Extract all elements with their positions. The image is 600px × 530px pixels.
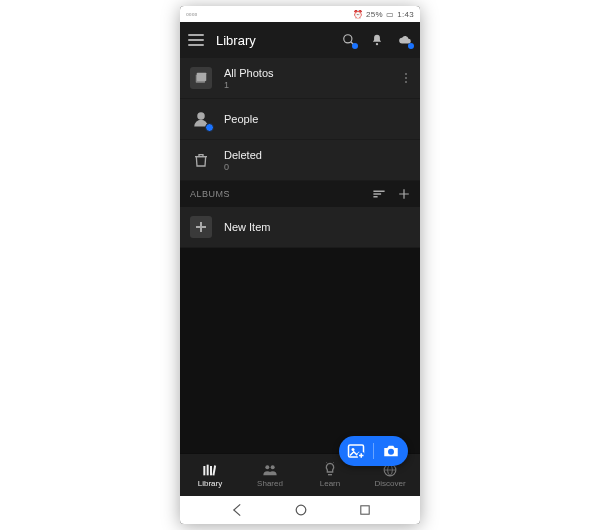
svg-rect-28 <box>360 506 368 514</box>
tab-shared[interactable]: Shared <box>240 454 300 496</box>
status-battery-icon: ▭ <box>386 10 394 19</box>
search-icon[interactable] <box>342 33 356 47</box>
phone-frame: ▫▫▫▫ ⏰ 25% ▭ 1:43 Library <box>180 6 420 524</box>
svg-rect-20 <box>212 465 216 475</box>
empty-area <box>180 248 420 453</box>
status-time: 1:43 <box>397 10 414 19</box>
trash-icon <box>190 149 212 171</box>
photo-stack-icon <box>190 67 212 89</box>
svg-line-24 <box>325 462 326 463</box>
shared-icon <box>262 463 278 477</box>
deleted-label: Deleted <box>224 149 262 161</box>
status-network-icon: ▫▫▫▫ <box>186 10 197 19</box>
svg-point-21 <box>265 465 269 469</box>
svg-line-25 <box>333 462 334 463</box>
status-battery-text: 25% <box>366 10 383 19</box>
tab-library[interactable]: Library <box>180 454 240 496</box>
sort-icon[interactable] <box>372 188 386 200</box>
deleted-row[interactable]: Deleted 0 <box>180 140 420 181</box>
albums-section-header: ALBUMS <box>180 181 420 207</box>
svg-rect-17 <box>203 466 205 475</box>
status-alarm-icon: ⏰ <box>353 10 363 19</box>
library-list: All Photos 1 People Delete <box>180 58 420 248</box>
svg-point-22 <box>271 465 275 469</box>
people-label: People <box>224 113 258 125</box>
tab-learn-label: Learn <box>320 479 340 488</box>
library-icon <box>202 463 218 477</box>
menu-icon[interactable] <box>188 34 204 46</box>
new-item-row[interactable]: New Item <box>180 207 420 248</box>
app-content: Library <box>180 22 420 496</box>
svg-point-5 <box>197 112 205 120</box>
svg-point-16 <box>388 449 394 455</box>
svg-point-0 <box>344 35 352 43</box>
back-button[interactable] <box>229 502 245 518</box>
svg-point-27 <box>296 505 306 515</box>
app-top-bar: Library <box>180 22 420 58</box>
android-nav-bar <box>180 496 420 524</box>
status-bar: ▫▫▫▫ ⏰ 25% ▭ 1:43 <box>180 6 420 22</box>
svg-rect-18 <box>207 464 209 475</box>
svg-point-2 <box>376 43 378 45</box>
people-row[interactable]: People <box>180 99 420 140</box>
plus-icon <box>190 216 212 238</box>
all-photos-count: 1 <box>224 80 274 90</box>
recents-button[interactable] <box>358 503 372 517</box>
svg-rect-19 <box>210 466 212 475</box>
cloud-sync-icon[interactable] <box>398 33 412 47</box>
deleted-count: 0 <box>224 162 262 172</box>
notifications-icon[interactable] <box>370 33 384 47</box>
all-photos-label: All Photos <box>224 67 274 79</box>
add-album-icon[interactable] <box>398 188 410 200</box>
add-photo-fab[interactable] <box>339 436 408 466</box>
tab-library-label: Library <box>198 479 222 488</box>
people-icon <box>190 108 212 130</box>
albums-section-label: ALBUMS <box>190 189 230 199</box>
page-title: Library <box>216 33 256 48</box>
more-icon[interactable] <box>402 73 410 83</box>
tab-shared-label: Shared <box>257 479 283 488</box>
add-image-icon <box>347 443 365 459</box>
new-item-label: New Item <box>224 221 270 233</box>
learn-icon <box>322 463 338 477</box>
home-button[interactable] <box>293 502 309 518</box>
camera-icon <box>382 444 400 458</box>
all-photos-row[interactable]: All Photos 1 <box>180 58 420 99</box>
svg-point-12 <box>352 448 355 451</box>
svg-rect-4 <box>197 73 206 81</box>
tab-discover-label: Discover <box>374 479 405 488</box>
